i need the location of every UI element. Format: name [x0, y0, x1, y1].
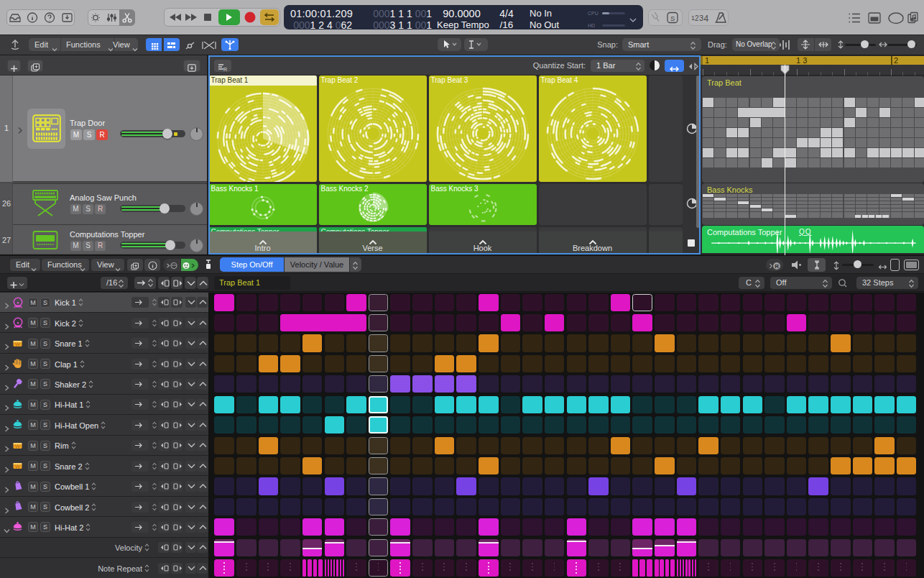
svg-text:S: S — [670, 14, 675, 22]
svg-text:R: R — [775, 263, 779, 270]
svg-text:4: 4 — [704, 14, 709, 24]
svg-text:R: R — [223, 67, 227, 72]
svg-text:3: 3 — [699, 14, 703, 22]
